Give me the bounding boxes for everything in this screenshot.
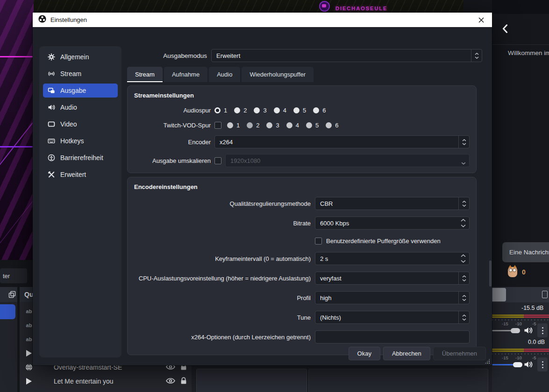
encoder-select[interactable]: x264 [214,135,470,148]
sidebar-item-barrierefreiheit[interactable]: Barrierefreiheit [43,151,118,165]
tab-aufnahme[interactable]: Aufnahme [164,67,207,82]
owl-emote-icon[interactable] [508,267,517,277]
radio[interactable] [274,107,280,113]
radio[interactable] [234,107,240,113]
spinner-arrows-icon[interactable] [457,252,469,265]
tools-icon [48,171,55,178]
radio[interactable] [254,107,260,113]
radio-option[interactable]: 4 [274,107,286,114]
output-icon [48,87,55,94]
spinner-arrows-icon[interactable] [458,311,469,323]
source-row[interactable]: Let Me entertain you [20,374,192,388]
bitrate-spinbox[interactable]: 6000 Kbps [315,217,470,230]
output-mode-row: Ausgabemodus Erweitert [127,49,482,62]
sidebar-item-allgemein[interactable]: Allgemein [43,50,118,64]
cpu-preset-select[interactable]: veryfast [315,272,470,285]
radio-option[interactable]: 1 [214,107,227,114]
volume-slider-handle[interactable] [511,328,520,333]
radio[interactable] [313,107,319,113]
rescale-checkbox[interactable] [214,157,221,164]
emote-count: 0 [522,268,526,276]
radio-option[interactable]: 6 [313,107,326,114]
apply-button[interactable]: Übernehmen [433,347,486,360]
keyframe-row: Keyframeintervall (0 = automatisch) 2 s [134,252,470,265]
lock-icon[interactable] [180,377,187,386]
radio-option-disabled: 4 [286,122,299,129]
profile-select[interactable]: high [315,291,470,304]
visibility-eye-icon[interactable] [166,378,175,385]
profile-label: Profil [134,294,311,301]
divider [492,44,549,45]
output-mode-label: Ausgabemodus [127,52,207,59]
radio-option-disabled: 1 [227,122,240,129]
vod-track-checkbox[interactable] [214,122,221,129]
settings-dialog: Einstellungen Allgemein Stream [33,13,492,365]
tab-stream[interactable]: Stream [127,67,163,82]
preview-artwork-top: DIECHAOSEULE [34,0,549,13]
radio[interactable] [293,107,299,113]
group-title: Encodereinstellungen [134,183,470,190]
accessibility-icon [48,154,55,161]
spinner-arrows-icon[interactable] [471,49,482,62]
group-title: Streameinstellungen [134,92,470,99]
mixer-kebab-menu[interactable] [537,357,548,371]
sidebar-item-erweitert[interactable]: Erweitert [43,168,118,182]
sidebar-item-ausgabe[interactable]: Ausgabe [43,84,118,98]
spinner-arrows-icon[interactable] [458,292,469,304]
rate-control-label: Qualitätsregulierungsmethode [134,200,311,207]
keyboard-icon [48,137,55,145]
scene-name-partial[interactable]: ter [0,268,27,283]
radio-option-disabled: 3 [266,122,279,129]
tab-audio[interactable]: Audio [209,67,240,82]
x264-options-input[interactable] [315,330,470,343]
tune-select[interactable]: (Nichts) [315,311,470,324]
close-icon[interactable] [476,15,486,25]
emote-counter: 0 [508,267,526,277]
sidebar-item-video[interactable]: Video [43,117,118,131]
custom-buffer-checkbox[interactable] [315,238,322,245]
tick-label: -10 [515,355,522,360]
rescale-resolution-combo: 1920x1080 [225,154,470,167]
volume-slider-handle[interactable] [513,362,522,367]
mute-speaker-icon[interactable] [524,327,533,336]
sidebar-item-audio[interactable]: Audio [43,100,118,114]
spinner-arrows-icon[interactable] [458,272,469,284]
sidebar-item-hotkeys[interactable]: Hotkeys [43,134,118,148]
spinner-arrows-icon[interactable] [458,136,469,148]
radio-checked[interactable] [214,107,221,113]
keyframe-spinbox[interactable]: 2 s [315,252,470,265]
volume-db-label: 0.0 dB [528,339,545,345]
clipboard-icon[interactable] [542,291,548,298]
cancel-button[interactable]: Abbrechen [383,347,430,360]
tab-wiederholungspuffer[interactable]: Wiederholungspuffer [242,67,314,82]
spinner-arrows-icon[interactable] [458,197,469,210]
stream-settings-group: Streameinstellungen Audiospur 1 2 3 4 5 … [127,85,477,173]
radio-option[interactable]: 2 [234,107,247,114]
preview-artwork [0,0,34,260]
chat-message-input[interactable]: Eine Nachricht [502,242,549,262]
audio-mixer: -15.5 dB -15 -10 -5 0.0 dB -15 -10 -5 [492,302,549,392]
radio-option[interactable]: 5 [293,107,306,114]
chevron-left-icon[interactable] [502,24,509,34]
rate-control-select[interactable]: CBR [315,197,470,210]
radio-disabled [227,122,233,128]
chat-welcome-text: Willkommen im [508,49,549,56]
selected-scene-row[interactable] [0,304,15,319]
source-selection-box[interactable] [0,56,35,147]
x264-options-label: x264-Optionen (durch Leerzeichen getrenn… [134,334,311,341]
spinner-arrows-icon[interactable] [457,217,469,229]
radio-option-disabled: 6 [326,122,338,129]
output-mode-select[interactable]: Erweitert [211,49,482,62]
volume-slider[interactable] [492,364,514,365]
sidebar-item-stream[interactable]: Stream [43,67,118,81]
keyframe-label: Keyframeintervall (0 = automatisch) [134,255,311,262]
partial-button[interactable] [492,288,506,301]
ok-button[interactable]: Okay [349,347,380,360]
radio-disabled [306,122,312,128]
mixer-kebab-menu[interactable] [537,323,548,337]
tick-label: -15 [502,321,508,326]
dialog-scrollbar[interactable] [489,260,492,287]
dialog-titlebar[interactable]: Einstellungen [33,13,492,27]
mute-speaker-icon[interactable] [524,361,533,370]
radio-option[interactable]: 3 [254,107,266,114]
